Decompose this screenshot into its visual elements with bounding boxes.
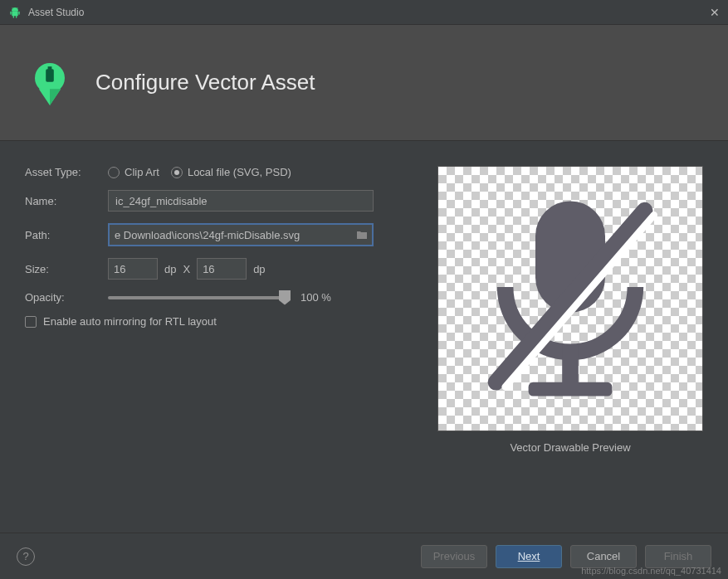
cancel-button[interactable]: Cancel xyxy=(570,545,637,568)
path-input[interactable] xyxy=(110,225,352,245)
help-button[interactable]: ? xyxy=(17,547,35,566)
preview-label: Vector Drawable Preview xyxy=(510,441,630,454)
size-width-input[interactable] xyxy=(108,258,158,280)
name-label: Name: xyxy=(25,195,108,207)
opacity-value: 100 % xyxy=(300,291,331,304)
svg-rect-3 xyxy=(13,16,14,18)
svg-rect-1 xyxy=(10,11,11,14)
android-icon xyxy=(8,6,22,19)
path-label: Path: xyxy=(25,229,108,241)
svg-rect-2 xyxy=(18,11,19,14)
size-label: Size: xyxy=(25,263,108,275)
svg-rect-10 xyxy=(529,382,613,397)
svg-rect-9 xyxy=(562,345,579,387)
next-button[interactable]: Next xyxy=(496,545,562,568)
close-icon[interactable]: ✕ xyxy=(710,6,720,19)
rtl-label: Enable auto mirroring for RTL layout xyxy=(43,315,217,328)
size-height-input[interactable] xyxy=(197,258,247,280)
radio-label: Clip Art xyxy=(125,166,159,178)
window-title: Asset Studio xyxy=(28,7,710,18)
svg-rect-0 xyxy=(12,11,17,16)
previous-button[interactable]: Previous xyxy=(421,545,487,568)
slider-thumb-icon[interactable] xyxy=(279,290,291,305)
page-title: Configure Vector Asset xyxy=(95,70,315,95)
mic-disable-icon xyxy=(454,182,686,415)
svg-rect-4 xyxy=(16,16,17,18)
rtl-checkbox[interactable] xyxy=(25,316,37,328)
size-width-unit: dp xyxy=(164,263,176,275)
name-input[interactable] xyxy=(108,190,374,212)
path-field xyxy=(108,223,374,246)
radio-icon xyxy=(171,167,183,178)
folder-browse-icon[interactable] xyxy=(352,225,372,245)
radio-icon xyxy=(108,167,120,178)
form-panel: Asset Type: Clip Art Local file (SVG, PS… xyxy=(25,166,404,506)
asset-type-clipart-radio[interactable]: Clip Art xyxy=(108,166,159,178)
finish-button[interactable]: Finish xyxy=(645,545,711,568)
asset-studio-logo-icon xyxy=(25,58,75,108)
titlebar: Asset Studio ✕ xyxy=(0,0,728,25)
header: Configure Vector Asset xyxy=(0,25,728,141)
radio-label: Local file (SVG, PSD) xyxy=(188,166,291,178)
watermark: https://blog.csdn.net/qq_40731414 xyxy=(581,566,721,576)
size-height-unit: dp xyxy=(253,263,265,275)
svg-rect-7 xyxy=(48,66,52,70)
asset-type-localfile-radio[interactable]: Local file (SVG, PSD) xyxy=(171,166,291,178)
opacity-label: Opacity: xyxy=(25,291,108,304)
asset-type-label: Asset Type: xyxy=(25,166,108,178)
size-separator: X xyxy=(183,263,190,275)
opacity-slider[interactable] xyxy=(108,296,291,299)
preview-canvas xyxy=(437,166,703,431)
svg-rect-6 xyxy=(46,69,54,82)
